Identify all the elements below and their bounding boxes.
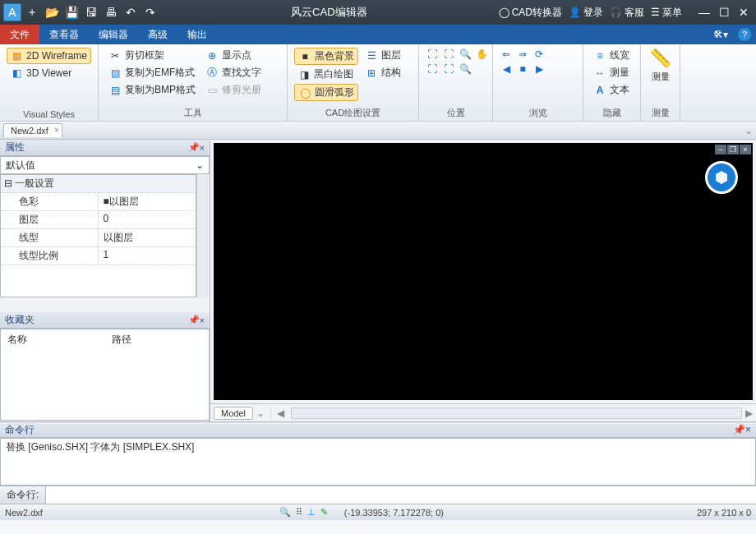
- headset-icon: 🎧: [610, 7, 622, 18]
- favorites-panel-title: 收藏夹 📌 ×: [0, 312, 210, 329]
- document-tab[interactable]: New2.dxf ×: [3, 123, 62, 137]
- undo-icon[interactable]: ↶: [122, 3, 140, 21]
- maximize-button[interactable]: ☐: [715, 4, 733, 21]
- copy-bmp-button[interactable]: ▤复制为BMP格式: [105, 82, 199, 98]
- polar-icon[interactable]: ✎: [320, 507, 328, 518]
- panel-close-icon[interactable]: ×: [200, 143, 205, 153]
- model-tab[interactable]: Model: [214, 407, 253, 420]
- view-cube-button[interactable]: [705, 161, 738, 194]
- drawing-canvas[interactable]: – ❐ ×: [214, 143, 753, 400]
- cube-icon: ◧: [10, 67, 23, 80]
- zoom-out-icon[interactable]: 🔍: [459, 62, 472, 76]
- hscroll-left-icon[interactable]: ◀: [277, 407, 284, 419]
- point-icon: ⊕: [205, 49, 219, 62]
- pan-icon[interactable]: ✋: [475, 48, 488, 61]
- canvas-minimize-icon[interactable]: –: [715, 145, 726, 154]
- open-file-icon[interactable]: 📂: [43, 3, 61, 21]
- zoom-all-icon[interactable]: ⛶: [426, 62, 439, 76]
- properties-grid[interactable]: ⊟ 一般设置 色彩■以图层 图层0 线型以图层 线型比例1: [0, 174, 196, 297]
- canvas-close-icon[interactable]: ×: [740, 145, 751, 154]
- command-log[interactable]: 替换 [Geniso.SHX] 字体为 [SIMPLEX.SHX]: [0, 438, 756, 486]
- browse-stop-icon[interactable]: ■: [516, 62, 529, 76]
- save-as-pdf-icon[interactable]: 🖫: [82, 3, 100, 21]
- tab-viewer[interactable]: 查看器: [39, 25, 89, 44]
- grid-icon[interactable]: ⠿: [296, 507, 302, 518]
- print-icon[interactable]: 🖶: [102, 3, 120, 21]
- pin-icon[interactable]: 📌: [733, 424, 745, 435]
- copy-emf-button[interactable]: ▤复制为EMF格式: [105, 65, 199, 81]
- browse-back-icon[interactable]: ◀: [500, 62, 513, 76]
- bmp-icon: ▤: [108, 84, 122, 97]
- refresh-icon[interactable]: ⟳: [532, 48, 546, 61]
- zoom-window-icon[interactable]: ⛶: [426, 48, 439, 61]
- canvas-restore-icon[interactable]: ❐: [727, 145, 739, 154]
- ribbon: ▦2D Wireframe ◧3D Viewer Visual Styles ✂…: [0, 44, 756, 122]
- tabstrip-dropdown-icon[interactable]: ⌄: [744, 125, 753, 136]
- prev-icon[interactable]: ⇐: [500, 48, 513, 61]
- trim-icon: ▭: [205, 84, 219, 97]
- tab-file[interactable]: 文件: [0, 25, 39, 44]
- structure-button[interactable]: ⊞结构: [362, 65, 404, 81]
- model-tab-dropdown-icon[interactable]: ⌄: [256, 407, 265, 419]
- pin-icon[interactable]: 📌: [188, 142, 200, 153]
- lineweight-button[interactable]: ≡线宽: [590, 48, 633, 63]
- command-prompt-label: 命令行:: [0, 486, 46, 504]
- command-input[interactable]: [46, 486, 756, 504]
- cut-icon: ✂: [108, 49, 122, 62]
- find-text-button[interactable]: Ⓐ查找文字: [202, 65, 265, 81]
- next-icon[interactable]: ⇒: [516, 48, 529, 61]
- menu-button[interactable]: ☰菜单: [651, 6, 682, 20]
- save-icon[interactable]: 💾: [62, 3, 81, 21]
- arc-icon: ◯: [298, 86, 311, 99]
- trim-raster-button[interactable]: ▭修剪光册: [202, 82, 265, 98]
- menu-icon: ☰: [651, 7, 660, 18]
- black-bg-button[interactable]: ■黑色背景: [294, 48, 358, 65]
- ribbon-tool-button[interactable]: 🛠▾: [708, 25, 733, 44]
- group-visual-styles-label: Visual Styles: [7, 108, 91, 119]
- cut-frame-button[interactable]: ✂剪切框架: [105, 48, 199, 63]
- status-toggle-icons: 🔍 ⠿ ⊥ ✎: [279, 507, 328, 518]
- tab-output[interactable]: 输出: [177, 25, 217, 44]
- text-hide-button[interactable]: A文本: [590, 82, 633, 98]
- support-button[interactable]: 🎧客服: [610, 6, 644, 20]
- close-button[interactable]: ✕: [735, 4, 753, 21]
- layer-button[interactable]: ☰图层: [362, 48, 404, 63]
- redo-icon[interactable]: ↷: [141, 3, 159, 21]
- viewer-3d-button[interactable]: ◧3D Viewer: [7, 66, 91, 81]
- favorites-body[interactable]: 名称 路径: [0, 329, 210, 421]
- group-tools-label: 工具: [105, 105, 280, 119]
- login-button[interactable]: 👤登录: [569, 6, 603, 20]
- browse-fwd-icon[interactable]: ▶: [532, 62, 546, 76]
- measure-large-icon[interactable]: 📏: [649, 48, 671, 69]
- panel-close-icon[interactable]: ×: [200, 315, 205, 325]
- measure-hide-button[interactable]: ↔测量: [590, 65, 633, 81]
- smooth-arc-button[interactable]: ◯圆滑弧形: [294, 84, 358, 101]
- new-file-icon[interactable]: ＋: [23, 3, 41, 21]
- measure-label: 测量: [652, 71, 670, 83]
- status-coords: (-19.33953; 7.172278; 0): [344, 508, 444, 518]
- wireframe-2d-button[interactable]: ▦2D Wireframe: [7, 48, 91, 64]
- help-button[interactable]: ?: [733, 25, 756, 44]
- properties-preset-dropdown[interactable]: 默认值⌄: [0, 156, 210, 174]
- zoom-extend-icon[interactable]: ⛶: [442, 48, 455, 61]
- hscroll-right-icon[interactable]: ▶: [745, 407, 753, 419]
- panel-close-icon[interactable]: ×: [745, 424, 751, 435]
- ortho-icon[interactable]: ⊥: [307, 507, 316, 518]
- zoom-in-icon[interactable]: 🔍: [459, 48, 472, 61]
- snap-icon[interactable]: 🔍: [279, 507, 291, 518]
- zoom-fit-icon[interactable]: ⛶: [442, 62, 455, 76]
- title-bar: A ＋ 📂 💾 🖫 🖶 ↶ ↷ 风云CAD编辑器 ◯CAD转换器 👤登录 🎧客服…: [0, 0, 756, 25]
- horizontal-scrollbar[interactable]: [291, 407, 742, 419]
- tab-editor[interactable]: 编辑器: [89, 25, 138, 44]
- show-point-button[interactable]: ⊕显示点: [202, 48, 265, 63]
- group-hide-label: 隐藏: [590, 105, 634, 119]
- cad-converter-button[interactable]: ◯CAD转换器: [499, 6, 562, 20]
- document-tab-close-icon[interactable]: ×: [54, 126, 59, 135]
- title-right-buttons: ◯CAD转换器 👤登录 🎧客服 ☰菜单 — ☐ ✕: [499, 4, 753, 21]
- properties-category[interactable]: ⊟ 一般设置: [1, 175, 196, 193]
- minimize-button[interactable]: —: [695, 4, 713, 21]
- bw-draw-button[interactable]: ◨黑白绘图: [294, 67, 358, 82]
- pin-icon[interactable]: 📌: [188, 315, 200, 325]
- properties-scrollbar[interactable]: [196, 174, 210, 297]
- tab-advanced[interactable]: 高级: [138, 25, 177, 44]
